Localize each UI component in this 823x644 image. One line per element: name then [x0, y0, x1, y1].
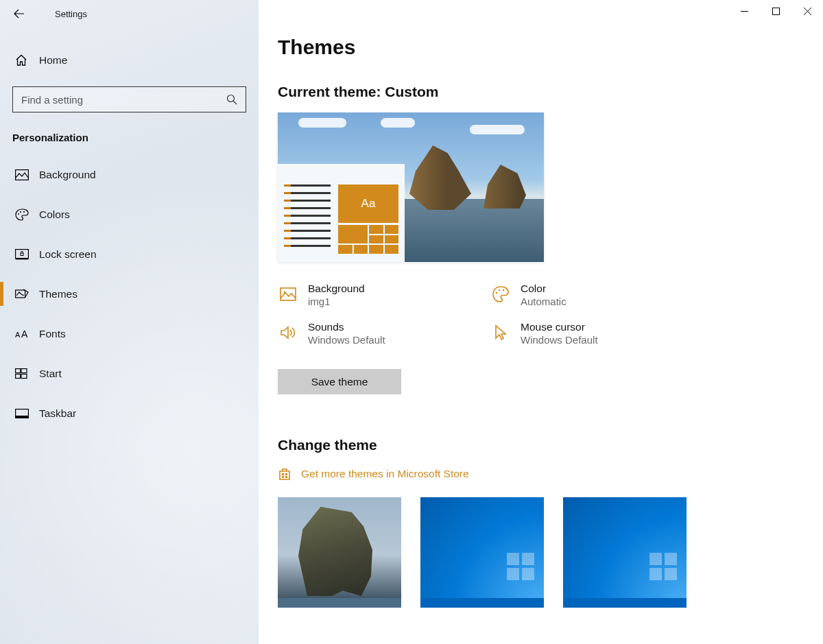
theme-setting-background[interactable]: Backgroundimg1 [278, 283, 490, 307]
svg-rect-28 [285, 473, 287, 475]
home-label: Home [39, 54, 67, 67]
image-icon [278, 284, 298, 305]
svg-point-4 [228, 95, 235, 102]
sidebar-item-background[interactable]: Background [0, 158, 259, 191]
svg-rect-21 [16, 416, 29, 418]
sidebar-item-label: Background [39, 169, 96, 181]
sound-icon [278, 322, 298, 343]
fonts-icon: AA [15, 329, 29, 339]
minimize-button[interactable] [728, 0, 760, 22]
search-icon [226, 94, 237, 105]
theme-preview: Aa [278, 112, 544, 262]
sidebar-item-label: Fonts [39, 328, 66, 340]
theme-card-windows-light[interactable] [420, 497, 544, 608]
sidebar-item-themes[interactable]: Themes [0, 278, 259, 310]
home-icon [15, 54, 29, 67]
theme-card-custom[interactable] [278, 497, 401, 608]
setting-value: img1 [308, 296, 365, 307]
close-button[interactable] [791, 0, 823, 22]
sidebar-item-fonts[interactable]: AA Fonts [0, 318, 259, 350]
lock-screen-icon [15, 249, 29, 260]
sidebar-home[interactable]: Home [0, 44, 259, 77]
svg-rect-16 [16, 368, 21, 372]
save-theme-button[interactable]: Save theme [278, 369, 401, 394]
setting-title: Mouse cursor [521, 321, 598, 333]
themes-icon [15, 288, 29, 300]
svg-point-25 [499, 289, 501, 291]
svg-point-26 [503, 289, 505, 291]
cursor-icon [490, 322, 511, 343]
search-box[interactable] [12, 86, 246, 112]
svg-rect-11 [16, 258, 29, 259]
setting-title: Background [308, 283, 365, 295]
svg-rect-29 [282, 476, 284, 478]
palette-icon [15, 208, 29, 221]
svg-rect-1 [772, 8, 779, 14]
theme-setting-cursor[interactable]: Mouse cursorWindows Default [490, 321, 703, 346]
sidebar-section-label: Personalization [0, 132, 259, 143]
svg-rect-18 [16, 374, 21, 378]
palette-icon [490, 284, 511, 305]
app-title: Settings [55, 9, 87, 19]
svg-rect-27 [282, 473, 284, 475]
svg-rect-10 [16, 249, 29, 258]
sidebar-item-label: Themes [39, 288, 77, 300]
maximize-button[interactable] [760, 0, 791, 22]
setting-value: Windows Default [521, 334, 598, 346]
start-icon [15, 368, 29, 379]
page-title: Themes [278, 36, 796, 59]
main-content: Themes Current theme: Custom Aa [259, 0, 823, 644]
svg-rect-12 [21, 253, 23, 256]
setting-value: Automatic [521, 296, 566, 307]
change-theme-heading: Change theme [278, 437, 796, 453]
current-theme-heading: Current theme: Custom [278, 84, 796, 100]
svg-line-5 [234, 102, 237, 105]
svg-rect-13 [16, 290, 25, 298]
svg-text:A: A [15, 331, 21, 339]
sidebar-item-colors[interactable]: Colors [0, 198, 259, 230]
sidebar: Settings Home Personalization Background… [0, 0, 259, 644]
setting-value: Windows Default [308, 334, 385, 346]
svg-point-7 [18, 213, 19, 215]
theme-setting-color[interactable]: ColorAutomatic [490, 283, 703, 307]
sidebar-item-label: Taskbar [39, 407, 76, 420]
image-icon [15, 169, 29, 180]
svg-text:A: A [21, 329, 28, 339]
sidebar-item-lock-screen[interactable]: Lock screen [0, 238, 259, 270]
store-link[interactable]: Get more themes in Microsoft Store [278, 467, 796, 481]
svg-rect-19 [21, 374, 27, 378]
window-controls [728, 0, 823, 22]
svg-point-8 [20, 211, 21, 213]
svg-point-24 [496, 292, 498, 294]
store-link-label: Get more themes in Microsoft Store [301, 468, 469, 480]
sidebar-item-label: Lock screen [39, 248, 97, 261]
store-icon [278, 467, 291, 481]
theme-setting-sounds[interactable]: SoundsWindows Default [278, 321, 490, 346]
svg-rect-17 [21, 368, 27, 372]
theme-card-windows[interactable] [563, 497, 687, 608]
preview-aa-tile: Aa [338, 184, 398, 223]
sidebar-item-start[interactable]: Start [0, 357, 259, 390]
taskbar-icon [15, 409, 29, 418]
search-input[interactable] [21, 94, 226, 106]
setting-title: Sounds [308, 321, 385, 333]
sidebar-item-label: Colors [39, 208, 70, 221]
sidebar-item-taskbar[interactable]: Taskbar [0, 397, 259, 429]
svg-rect-30 [285, 476, 287, 478]
setting-title: Color [521, 283, 566, 295]
sidebar-item-label: Start [39, 368, 62, 380]
svg-rect-22 [281, 288, 296, 300]
back-button[interactable] [10, 4, 29, 23]
svg-point-9 [23, 211, 25, 213]
